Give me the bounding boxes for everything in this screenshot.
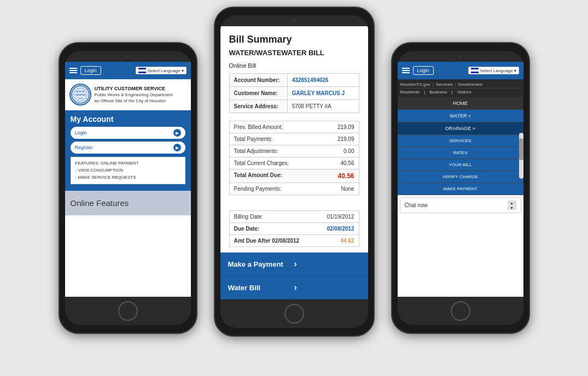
side-menu: HOME WATER » DRAINAGE » SERVICES RATES Y… xyxy=(398,97,523,195)
account-number-label: Account Number: xyxy=(230,74,288,86)
houston-link[interactable]: HoustonTX.gov xyxy=(400,82,430,87)
chat-scroll-icons: ▲ ▼ xyxy=(508,201,516,210)
make-payment-menu-item[interactable]: MAKE PAYMENT xyxy=(398,183,523,195)
nav-bottom-row: Residents | Business | Visitors xyxy=(400,89,521,96)
total-current-charges-label: Total Current Charges: xyxy=(234,160,341,166)
chat-down-arrow-icon: ▼ xyxy=(508,205,516,210)
phone-3-language-label: Select Language xyxy=(480,68,513,73)
scrollbar-thumb xyxy=(519,138,523,160)
nav-sep-1: | xyxy=(433,82,434,87)
scrollbar[interactable] xyxy=(519,133,523,179)
billing-date-row: Billing Date: 01/19/2012 xyxy=(230,211,359,223)
charges-table: Prev. Billed Amount: 219.09 Total Paymen… xyxy=(229,121,359,195)
phone-3-dropdown-arrow-icon: ▾ xyxy=(514,68,516,73)
login-input-row[interactable]: Login ▶ xyxy=(71,127,185,139)
phone-2-camera xyxy=(292,19,296,23)
total-amount-due-value: 40.56 xyxy=(337,172,354,180)
dates-table: Billing Date: 01/19/2012 Due Date: 02/08… xyxy=(229,210,359,247)
drainage-menu-item[interactable]: DRAINAGE » xyxy=(398,122,523,135)
phone-3-camera xyxy=(458,54,463,58)
phone-3-header: Login Select Language ▾ xyxy=(398,62,523,79)
total-payments-label: Total Payments: xyxy=(234,136,337,142)
svg-text:★★★: ★★★ xyxy=(78,97,83,99)
account-info-table: Account Number: 432851494026 Customer Na… xyxy=(229,73,359,113)
feature-line-1: FEATURES: ONLINE PAYMENT xyxy=(75,160,181,167)
visitors-link[interactable]: Visitors xyxy=(457,90,471,95)
register-arrow-icon: ▶ xyxy=(173,144,181,151)
city-seal-logo: CITY OF HOUSTON ★★★ xyxy=(69,84,91,105)
features-box: FEATURES: ONLINE PAYMENT - VIEW CONSUMPT… xyxy=(71,157,185,184)
org-name: UTILITY CUSTOMER SERVICE xyxy=(95,86,166,91)
phone-2-screen: Bill Summary WATER/WASTEWATER BILL Onlin… xyxy=(220,26,368,299)
dept-line-1: Public Works & Engineering Department xyxy=(95,92,173,97)
total-adjustments-row: Total Adjustments: 0.00 xyxy=(230,145,359,157)
water-menu-item[interactable]: WATER » xyxy=(398,110,523,122)
amt-due-after-value: 44.62 xyxy=(340,238,354,244)
dates-section: Billing Date: 01/19/2012 Due Date: 02/08… xyxy=(220,210,368,252)
make-payment-button[interactable]: Make a Payment xyxy=(220,252,368,276)
hamburger-menu-icon[interactable] xyxy=(69,68,77,73)
phone-1-screen: Login Select Language ▾ CITY OF HOUSTON … xyxy=(65,62,191,297)
business-link[interactable]: Business xyxy=(429,90,447,95)
phone-2-home-button[interactable] xyxy=(284,304,304,324)
phone-3-language-icon xyxy=(471,68,479,73)
phone-2: Bill Summary WATER/WASTEWATER BILL Onlin… xyxy=(214,7,375,337)
logo-section: CITY OF HOUSTON ★★★ UTILITY CUSTOMER SER… xyxy=(65,79,191,110)
due-date-value: 02/08/2012 xyxy=(327,226,354,232)
prev-billed-value: 219.09 xyxy=(337,124,354,130)
your-bill-menu-item[interactable]: YOUR BILL xyxy=(398,159,523,171)
phone-3-login-button[interactable]: Login xyxy=(413,66,434,75)
register-label: Register xyxy=(75,145,173,150)
customer-name-label: Customer Name: xyxy=(230,87,288,99)
amt-due-after-row: Amt Due After 02/08/2012 44.62 xyxy=(230,235,359,246)
language-icon xyxy=(138,68,146,73)
online-features-label: Online Features xyxy=(71,198,129,208)
chat-widget[interactable]: Chat now ▲ ▼ xyxy=(400,197,521,213)
menu-body: HOME WATER » DRAINAGE » SERVICES RATES Y… xyxy=(398,97,523,195)
amt-due-after-label: Amt Due After 02/08/2012 xyxy=(234,238,341,244)
water-bill-arrow-icon xyxy=(294,283,360,292)
phone-1-home-button[interactable] xyxy=(118,301,138,321)
org-name-block: UTILITY CUSTOMER SERVICE Public Works & … xyxy=(95,85,173,104)
prev-billed-row: Prev. Billed Amount: 219.09 xyxy=(230,121,359,133)
service-address-row: Service Address: 5708 PETTY #A xyxy=(230,100,359,113)
prev-billed-label: Prev. Billed Amount: xyxy=(234,124,337,130)
bill-summary-title: Bill Summary xyxy=(229,34,359,45)
phone-3-hamburger-icon[interactable] xyxy=(402,68,410,73)
register-input-row[interactable]: Register ▶ xyxy=(71,142,185,154)
rates-menu-item[interactable]: RATES xyxy=(398,147,523,159)
total-adjustments-label: Total Adjustments: xyxy=(234,148,344,154)
pending-payments-row: Pending Payments: None xyxy=(230,183,359,195)
government-link[interactable]: Government xyxy=(458,82,482,87)
login-button[interactable]: Login xyxy=(80,66,101,75)
residents-link[interactable]: Residents xyxy=(400,90,420,95)
phone-3-home-button[interactable] xyxy=(451,301,470,321)
make-payment-arrow-icon xyxy=(294,259,360,269)
my-account-section: My Account Login ▶ Register ▶ FEATURES: … xyxy=(65,110,191,191)
phone-1-camera xyxy=(126,54,130,58)
total-current-charges-value: 40.56 xyxy=(340,160,354,166)
services-menu-item[interactable]: SERVICES xyxy=(398,135,523,147)
billing-date-value: 01/19/2012 xyxy=(327,214,354,220)
online-features-section[interactable]: Online Features xyxy=(65,191,191,215)
service-address-label: Service Address: xyxy=(230,100,288,113)
svg-text:HOUSTON: HOUSTON xyxy=(75,94,85,96)
customer-name-row: Customer Name: GARLEY MARCUS J xyxy=(230,87,359,100)
phone-1-header: Login Select Language ▾ xyxy=(65,62,191,79)
make-payment-label: Make a Payment xyxy=(228,260,294,268)
home-menu-item[interactable]: HOME xyxy=(398,97,523,110)
service-address-value: 5708 PETTY #A xyxy=(288,100,359,113)
language-selector[interactable]: Select Language ▾ xyxy=(136,67,186,74)
bottom-buttons: Make a Payment Water Bill Consumption Hi… xyxy=(220,252,368,299)
language-label: Select Language xyxy=(147,68,180,73)
bill-summary-subtitle1: WATER/WASTEWATER BILL xyxy=(229,49,359,57)
phone-3: Login Select Language ▾ HoustonTX.gov | … xyxy=(391,42,530,334)
phone-3-screen: Login Select Language ▾ HoustonTX.gov | … xyxy=(398,62,523,297)
pending-payments-value: None xyxy=(341,186,354,192)
water-bill-button[interactable]: Water Bill xyxy=(220,276,368,299)
verify-charge-menu-item[interactable]: VERIFY CHARGE xyxy=(398,171,523,183)
phone-1: Login Select Language ▾ CITY OF HOUSTON … xyxy=(59,42,197,334)
services-link[interactable]: Services xyxy=(436,82,453,87)
due-date-row: Due Date: 02/08/2012 xyxy=(230,223,359,235)
phone-3-language-selector[interactable]: Select Language ▾ xyxy=(468,67,519,74)
